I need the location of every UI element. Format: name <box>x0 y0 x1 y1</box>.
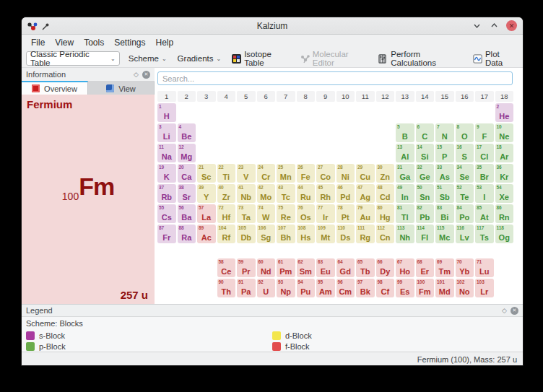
element-cell-eu[interactable]: 63Eu <box>316 258 335 277</box>
element-cell-lv[interactable]: 116Lv <box>456 225 474 243</box>
element-cell-la[interactable]: 57La <box>197 204 216 223</box>
maximize-icon[interactable] <box>489 21 499 31</box>
menu-item-tools[interactable]: Tools <box>79 36 109 49</box>
element-cell-y[interactable]: 39Y <box>197 184 216 203</box>
element-cell-ag[interactable]: 47Ag <box>356 184 375 203</box>
gradients-button[interactable]: Gradients ⌄ <box>175 53 224 64</box>
element-cell-na[interactable]: 11Na <box>157 144 176 162</box>
element-cell-bh[interactable]: 107Bh <box>277 225 295 243</box>
element-cell-co[interactable]: 27Co <box>316 164 335 183</box>
element-cell-nd[interactable]: 60Nd <box>257 258 276 277</box>
element-cell-pt[interactable]: 78Pt <box>336 204 355 223</box>
element-cell-ir[interactable]: 77Ir <box>316 204 335 223</box>
element-cell-zn[interactable]: 30Zn <box>376 164 395 183</box>
element-cell-mc[interactable]: 115Mc <box>435 225 454 243</box>
element-cell-ge[interactable]: 32Ge <box>416 164 435 183</box>
element-cell-no[interactable]: 102No <box>456 279 474 297</box>
element-cell-ts[interactable]: 117Ts <box>475 225 494 243</box>
float-panel-icon[interactable]: ◇ <box>134 71 139 78</box>
element-cell-pu[interactable]: 94Pu <box>297 279 316 297</box>
element-cell-cr[interactable]: 24Cr <box>257 164 276 183</box>
element-cell-cf[interactable]: 98Cf <box>376 279 395 297</box>
element-cell-pd[interactable]: 46Pd <box>336 184 355 203</box>
tab-overview[interactable]: Overview <box>22 81 88 95</box>
element-cell-ga[interactable]: 31Ga <box>396 164 414 183</box>
element-cell-kr[interactable]: 36Kr <box>495 164 514 183</box>
element-cell-ra[interactable]: 88Ra <box>178 225 196 243</box>
element-cell-u[interactable]: 92U <box>257 279 276 297</box>
element-cell-db[interactable]: 105Db <box>237 225 256 243</box>
element-cell-ac[interactable]: 89Ac <box>197 225 216 243</box>
element-cell-bk[interactable]: 97Bk <box>356 279 375 297</box>
element-cell-fe[interactable]: 26Fe <box>297 164 316 183</box>
element-cell-mt[interactable]: 109Mt <box>316 225 335 243</box>
element-cell-au[interactable]: 79Au <box>356 204 375 223</box>
element-cell-ni[interactable]: 28Ni <box>336 164 355 183</box>
element-cell-cs[interactable]: 55Cs <box>157 204 176 223</box>
element-cell-ru[interactable]: 44Ru <box>297 184 316 203</box>
element-cell-be[interactable]: 4Be <box>178 123 196 142</box>
element-cell-nb[interactable]: 41Nb <box>237 184 256 203</box>
element-cell-c[interactable]: 6C <box>416 123 435 142</box>
element-cell-md[interactable]: 101Md <box>435 279 454 297</box>
element-cell-mo[interactable]: 42Mo <box>257 184 276 203</box>
element-cell-ba[interactable]: 56Ba <box>178 204 196 223</box>
element-cell-w[interactable]: 74W <box>257 204 276 223</box>
element-cell-pm[interactable]: 61Pm <box>277 258 295 277</box>
element-cell-al[interactable]: 13Al <box>396 144 414 162</box>
element-cell-bi[interactable]: 83Bi <box>435 204 454 223</box>
menu-item-help[interactable]: Help <box>151 36 179 49</box>
molecular-editor-button[interactable]: Molecular Editor <box>298 48 370 69</box>
element-cell-te[interactable]: 52Te <box>456 184 474 203</box>
element-cell-mn[interactable]: 25Mn <box>277 164 295 183</box>
element-cell-ti[interactable]: 22Ti <box>217 164 236 183</box>
element-cell-lr[interactable]: 103Lr <box>475 279 494 297</box>
close-panel-icon[interactable]: ✕ <box>142 71 150 79</box>
element-cell-tm[interactable]: 69Tm <box>435 258 454 277</box>
element-cell-o[interactable]: 8O <box>456 123 474 142</box>
element-cell-in[interactable]: 49In <box>396 184 414 203</box>
element-cell-rh[interactable]: 45Rh <box>316 184 335 203</box>
element-cell-ar[interactable]: 18Ar <box>495 144 514 162</box>
element-cell-cl[interactable]: 17Cl <box>475 144 494 162</box>
element-cell-h[interactable]: 1H <box>157 103 176 122</box>
element-cell-ta[interactable]: 73Ta <box>237 204 256 223</box>
menu-item-view[interactable]: View <box>50 36 79 49</box>
element-cell-re[interactable]: 75Re <box>277 204 295 223</box>
float-panel-icon[interactable]: ◇ <box>502 307 507 314</box>
element-cell-br[interactable]: 35Br <box>475 164 494 183</box>
element-cell-s[interactable]: 16S <box>456 144 474 162</box>
element-cell-pb[interactable]: 82Pb <box>416 204 435 223</box>
element-cell-tb[interactable]: 65Tb <box>356 258 375 277</box>
element-cell-th[interactable]: 90Th <box>217 279 236 297</box>
element-cell-si[interactable]: 14Si <box>416 144 435 162</box>
titlebar[interactable]: Kalzium <box>22 17 523 35</box>
element-cell-hf[interactable]: 72Hf <box>217 204 236 223</box>
element-cell-k[interactable]: 19K <box>157 164 176 183</box>
element-cell-cm[interactable]: 96Cm <box>336 279 355 297</box>
element-cell-ca[interactable]: 20Ca <box>178 164 196 183</box>
element-cell-f[interactable]: 9F <box>475 123 494 142</box>
element-cell-li[interactable]: 3Li <box>157 123 176 142</box>
element-cell-i[interactable]: 53I <box>475 184 494 203</box>
element-cell-es[interactable]: 99Es <box>396 279 414 297</box>
element-cell-am[interactable]: 95Am <box>316 279 335 297</box>
isotope-table-button[interactable]: Isotope Table <box>230 48 292 69</box>
element-cell-zr[interactable]: 40Zr <box>217 184 236 203</box>
search-input[interactable] <box>157 71 513 85</box>
element-cell-he[interactable]: 2He <box>495 103 514 122</box>
element-cell-as[interactable]: 33As <box>435 164 454 183</box>
element-cell-ds[interactable]: 110Ds <box>336 225 355 243</box>
element-cell-mg[interactable]: 12Mg <box>178 144 196 162</box>
element-cell-rb[interactable]: 37Rb <box>157 184 176 203</box>
element-cell-og[interactable]: 118Og <box>495 225 514 243</box>
element-cell-xe[interactable]: 54Xe <box>495 184 514 203</box>
element-cell-lu[interactable]: 71Lu <box>475 258 494 277</box>
element-cell-sr[interactable]: 38Sr <box>178 184 196 203</box>
close-icon[interactable]: ✕ <box>506 20 517 31</box>
perform-calculations-button[interactable]: Perform Calculations <box>376 48 464 69</box>
element-cell-sg[interactable]: 106Sg <box>257 225 276 243</box>
element-cell-hs[interactable]: 108Hs <box>297 225 316 243</box>
element-cell-cu[interactable]: 29Cu <box>356 164 375 183</box>
element-cell-ne[interactable]: 10Ne <box>495 123 514 142</box>
